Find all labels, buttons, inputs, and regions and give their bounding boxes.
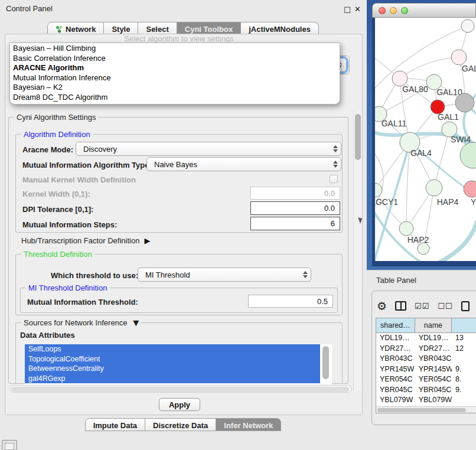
kernel-width-field[interactable]: 0.0 (250, 187, 340, 200)
minimize-traffic-light-icon[interactable] (390, 7, 397, 14)
table-cell: YER054C (376, 374, 415, 385)
settings-vertical-scrollbar[interactable] (353, 111, 362, 391)
network-edge (434, 129, 449, 188)
tab-cyni-toolbox[interactable]: Cyni Toolbox (177, 22, 241, 35)
tab-label: Network (66, 25, 96, 34)
scrollbar-thumb[interactable] (11, 387, 349, 392)
sources-label[interactable]: Sources for Network Inference ▼ (21, 318, 141, 327)
zoom-traffic-light-icon[interactable] (401, 7, 408, 14)
table-row[interactable]: YDR27…YDR27…12 (376, 344, 476, 354)
column-header[interactable]: name (415, 318, 452, 332)
mi-type-combobox[interactable]: Naive Bayes (146, 157, 341, 171)
network-node[interactable] (460, 142, 476, 168)
apply-button[interactable]: Apply (159, 398, 200, 411)
tab-jactivemnodules[interactable]: jActiveMNodules (241, 22, 319, 35)
bottom-tab-label: Infer Network (224, 421, 273, 430)
attribute-item[interactable]: gal4RGexp (25, 374, 320, 384)
float-window-icon[interactable]: □ (344, 5, 351, 14)
gear-icon[interactable]: ⚙ (377, 299, 387, 312)
table-cell: YBR045C (376, 385, 415, 396)
table-row[interactable]: YBR043CYBR043C (376, 354, 476, 364)
data-attributes-list[interactable]: SelfLoopsTopologicalCoefficientBetweenne… (25, 344, 332, 384)
manual-kernel-checkbox[interactable] (330, 175, 338, 183)
table-row[interactable]: YPR145WYPR145W9. (376, 364, 476, 375)
which-threshold-combobox[interactable]: MI Threshold (138, 268, 311, 282)
table-cell: YBL079W (415, 395, 452, 406)
table-mode-icon[interactable] (461, 301, 470, 311)
checked-columns-icon[interactable]: ☑☑ (415, 302, 429, 311)
mi-steps-field[interactable]: 6 (250, 217, 340, 230)
attribute-item[interactable]: TopologicalCoefficient (25, 354, 320, 364)
network-view-window[interactable]: GALGAL80GAL10GAL1GAL11GAL4SWI4GCY1HAP4YH… (372, 3, 476, 266)
table-cell: 13 (452, 333, 476, 344)
which-threshold-value: MI Threshold (138, 270, 300, 279)
scrollbar-thumb[interactable] (377, 408, 466, 412)
settings-horizontal-scrollbar[interactable] (9, 385, 352, 393)
table-cell: YDL19… (415, 333, 452, 344)
unchecked-columns-icon[interactable]: ☐☐ (438, 302, 452, 311)
aracne-mode-combobox[interactable]: Discovery (76, 142, 341, 156)
mi-threshold-field[interactable]: 0.5 (248, 295, 333, 308)
network-node[interactable] (418, 243, 429, 255)
data-attributes-label: Data Attributes (20, 331, 75, 340)
network-graph: GALGAL80GAL10GAL1GAL11GAL4SWI4GCY1HAP4YH… (375, 18, 476, 261)
network-node-gal[interactable] (451, 50, 467, 65)
dpi-tolerance-label: DPI Tolerance [0,1]: (22, 205, 93, 214)
attributes-scrollbar-thumb[interactable] (322, 346, 329, 379)
algorithm-option[interactable]: Mutual Information Inference (10, 73, 340, 83)
triangle-right-icon: ▶ (144, 236, 150, 245)
close-window-icon[interactable]: ✕ (354, 5, 361, 14)
table-row[interactable]: YBR045CYBR045C9. (376, 385, 476, 396)
network-node-hap2[interactable] (399, 221, 413, 236)
algorithm-option[interactable]: Bayesian – Hill Climbing (10, 44, 340, 54)
dpi-tolerance-field[interactable]: 0.0 (250, 201, 340, 215)
node-label: Y (471, 197, 476, 207)
node-label: GAL4 (410, 148, 432, 158)
bottom-tab-impute-data[interactable]: Impute Data (85, 418, 145, 431)
network-node-gcy1[interactable] (375, 183, 382, 197)
node-table: shared…name YDL19…YDL19…13YDR27…YDR27…12… (376, 318, 476, 413)
threshold-definition-label: Threshold Definition (21, 250, 94, 259)
network-canvas[interactable]: GALGAL80GAL10GAL1GAL11GAL4SWI4GCY1HAP4YH… (375, 18, 476, 261)
network-window-titlebar[interactable] (372, 3, 476, 18)
node-label: SWI4 (451, 135, 471, 144)
algorithm-option[interactable]: ARACNE Algorithm (10, 63, 340, 73)
sources-title: Sources for Network Inference (24, 318, 128, 327)
table-horizontal-scrollbar[interactable] (376, 406, 476, 413)
table-cell: YDL19… (376, 333, 415, 344)
node-label: HAP4 (437, 197, 459, 207)
algorithm-option[interactable]: Bayesian – K2 (10, 83, 340, 93)
network-node-y[interactable] (464, 181, 476, 197)
algorithm-option[interactable]: Basic Correlation Inference (10, 54, 340, 64)
algorithm-option[interactable]: Dream8 DC_TDC Algorithm (10, 93, 340, 103)
node-label: GAL80 (402, 84, 428, 94)
tab-select[interactable]: Select (138, 22, 177, 35)
table-row[interactable]: YBL079WYBL079W (376, 395, 476, 406)
hub-definition-disclosure[interactable]: Hub/Transcription Factor Definition▶ (21, 236, 150, 245)
bottom-tab-discretize-data[interactable]: Discretize Data (145, 418, 216, 431)
network-node[interactable] (461, 19, 474, 32)
column-header[interactable]: shared… (376, 318, 415, 332)
column-header[interactable] (452, 318, 476, 332)
scrollbar-thumb[interactable] (355, 114, 361, 160)
kernel-width-label: Kernel Width (0,1): (22, 190, 90, 198)
node-label: GAL11 (382, 119, 407, 128)
network-node-hap4[interactable] (426, 180, 442, 196)
table-row[interactable]: YDL19…YDL19…13 (376, 333, 476, 344)
tab-network[interactable]: Network (47, 22, 104, 35)
columns-icon[interactable] (395, 301, 406, 311)
attribute-item[interactable]: BetweennessCentrality (25, 364, 320, 374)
table-cell (452, 354, 476, 364)
network-node[interactable] (455, 93, 474, 112)
close-traffic-light-icon[interactable] (379, 7, 386, 14)
tab-style[interactable]: Style (104, 22, 138, 35)
table-cell: YDR27… (415, 344, 452, 354)
table-row[interactable]: YER054CYER054C8. (376, 374, 476, 385)
minimized-panel-icon[interactable] (2, 440, 17, 450)
tab-label: Select (146, 25, 168, 34)
table-toolbar: ⚙ ☑☑ ☐☐ (377, 296, 476, 316)
table-header-row: shared…name (376, 318, 476, 333)
bottom-tab-infer-network[interactable]: Infer Network (216, 418, 281, 431)
triangle-down-icon: ▼ (133, 318, 139, 327)
attribute-item[interactable]: SelfLoops (25, 344, 320, 354)
